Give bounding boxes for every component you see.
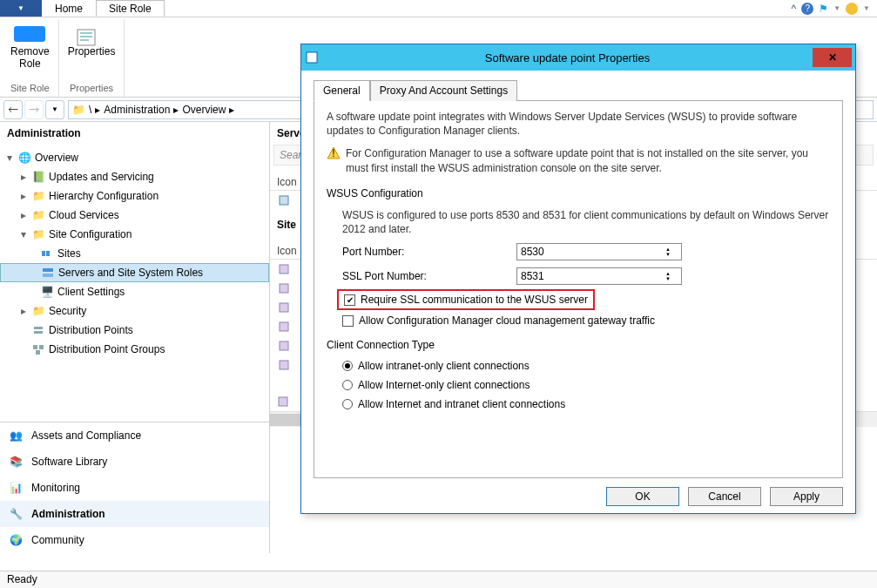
wsus-info: WSUS is configured to use ports 8530 and… xyxy=(342,208,830,236)
tree-updates[interactable]: ▸📗Updates and Servicing xyxy=(0,167,269,186)
svg-rect-21 xyxy=(307,52,317,63)
tree-label: Overview xyxy=(35,152,78,164)
workspace-assets[interactable]: 👥Assets and Compliance xyxy=(0,422,269,449)
tree-label: Client Settings xyxy=(57,286,125,298)
spinner-icon[interactable]: ▲▼ xyxy=(665,247,678,257)
svg-rect-5 xyxy=(46,251,50,256)
breadcrumb-seg-1[interactable]: Administration xyxy=(104,104,170,116)
radio-internet-only[interactable]: Allow Internet-only client connections xyxy=(342,379,830,391)
svg-rect-3 xyxy=(80,39,89,41)
remove-role-label: Remove Role xyxy=(10,45,50,70)
highlighted-option: ✔Require SSL communication to the WSUS s… xyxy=(337,289,595,310)
svg-rect-19 xyxy=(280,361,288,369)
properties-button[interactable]: Properties xyxy=(64,21,119,59)
tree-label: Servers and Site System Roles xyxy=(58,267,203,279)
port-value: 8530 xyxy=(521,246,544,258)
system-menu[interactable]: ▼ xyxy=(0,0,42,17)
tree-servers[interactable]: Servers and Site System Roles xyxy=(0,263,269,282)
tree-security[interactable]: ▸📁Security xyxy=(0,301,269,321)
svg-rect-18 xyxy=(280,341,288,350)
wsus-header: WSUS Configuration xyxy=(327,187,830,199)
svg-rect-10 xyxy=(33,345,37,349)
breadcrumb-seg-0[interactable]: \ xyxy=(89,104,91,116)
ssl-port-value: 8531 xyxy=(521,270,544,282)
workspace-community[interactable]: 🌍Community xyxy=(0,527,269,553)
smile-dropdown-icon[interactable]: ▼ xyxy=(863,4,870,12)
workspace-admin[interactable]: 🔧Administration xyxy=(0,501,269,527)
dialog-intro: A software update point integrates with … xyxy=(327,110,830,138)
tree-siteconfig[interactable]: ▾📁Site Configuration xyxy=(0,225,269,244)
allow-gateway-label: Allow Configuration Manager cloud manage… xyxy=(359,314,655,327)
workspace-label: Community xyxy=(31,534,84,546)
tree-sites[interactable]: Sites xyxy=(0,244,269,263)
tree-overview[interactable]: ▾🌐Overview xyxy=(0,148,269,167)
dialog-icon xyxy=(301,51,322,64)
dialog-tab-proxy[interactable]: Proxy And Account Settings xyxy=(370,80,517,101)
tab-home[interactable]: Home xyxy=(42,0,96,17)
svg-rect-8 xyxy=(34,327,43,329)
port-input[interactable]: 8530▲▼ xyxy=(516,243,682,260)
spinner-icon[interactable]: ▲▼ xyxy=(665,271,678,281)
require-ssl-checkbox[interactable]: ✔Require SSL communication to the WSUS s… xyxy=(344,294,588,306)
expand-ribbon-icon[interactable]: ^ xyxy=(792,3,797,15)
tree-label: Hierarchy Configuration xyxy=(49,190,159,202)
tab-site-role[interactable]: Site Role xyxy=(96,0,165,17)
nav-up-button[interactable]: ▼ xyxy=(45,100,64,119)
radio-label: Allow intranet-only client connections xyxy=(358,360,530,372)
nav-back-button[interactable]: 🡐 xyxy=(3,100,23,119)
svg-rect-16 xyxy=(280,303,288,312)
checkbox-unchecked-icon xyxy=(342,315,354,327)
allow-gateway-checkbox[interactable]: Allow Configuration Manager cloud manage… xyxy=(342,314,830,327)
checkbox-checked-icon: ✔ xyxy=(344,294,355,306)
svg-rect-20 xyxy=(279,397,287,406)
workspace-label: Assets and Compliance xyxy=(31,429,141,442)
status-bar: Ready xyxy=(0,571,877,588)
apply-button[interactable]: Apply xyxy=(770,487,843,506)
ok-button[interactable]: OK xyxy=(606,487,679,506)
svg-rect-7 xyxy=(43,274,53,277)
svg-rect-4 xyxy=(42,251,45,256)
sites-icon xyxy=(40,247,54,260)
properties-icon xyxy=(76,26,107,42)
port-label: Port Number: xyxy=(342,246,516,258)
radio-icon xyxy=(342,380,353,390)
radio-both[interactable]: Allow Internet and intranet client conne… xyxy=(342,398,830,410)
remove-role-button[interactable]: Remove Role xyxy=(7,21,53,71)
tree-client[interactable]: 🖥️Client Settings xyxy=(0,282,269,301)
warning-icon: ! xyxy=(327,146,341,160)
svg-rect-14 xyxy=(280,265,288,274)
workspace-swlib[interactable]: 📚Software Library xyxy=(0,449,269,475)
workspace-label: Monitoring xyxy=(31,482,80,494)
workspace-label: Software Library xyxy=(31,456,107,468)
tree-label: Cloud Services xyxy=(49,209,119,221)
flag-dropdown-icon[interactable]: ▼ xyxy=(833,4,840,12)
tree-label: Site Configuration xyxy=(49,228,132,240)
close-button[interactable]: ✕ xyxy=(813,48,852,67)
tree-dpg[interactable]: Distribution Point Groups xyxy=(0,340,269,359)
nav-title: Administration xyxy=(0,122,269,145)
workspace-monitor[interactable]: 📊Monitoring xyxy=(0,475,269,501)
radio-label: Allow Internet-only client connections xyxy=(358,379,530,391)
svg-rect-13 xyxy=(280,196,288,205)
nav-forward-button[interactable]: 🡒 xyxy=(24,100,44,119)
tree-hierarchy[interactable]: ▸📁Hierarchy Configuration xyxy=(0,186,269,206)
svg-rect-11 xyxy=(39,345,44,349)
dialog-title: Software update point Properties xyxy=(322,51,813,64)
smile-icon[interactable] xyxy=(846,3,858,15)
svg-rect-2 xyxy=(80,36,92,37)
cancel-button[interactable]: Cancel xyxy=(688,487,761,506)
require-ssl-label: Require SSL communication to the WSUS se… xyxy=(361,294,588,306)
svg-rect-6 xyxy=(43,268,53,272)
ssl-port-input[interactable]: 8531▲▼ xyxy=(516,267,682,285)
breadcrumb-root-icon: 📁 xyxy=(72,104,85,116)
tree-dp[interactable]: Distribution Points xyxy=(0,321,269,340)
breadcrumb-seg-2[interactable]: Overview xyxy=(182,104,226,116)
dpg-icon xyxy=(31,342,45,356)
radio-intranet-only[interactable]: Allow intranet-only client connections xyxy=(342,360,830,372)
help-icon[interactable]: ? xyxy=(801,3,813,15)
tree-label: Updates and Servicing xyxy=(49,171,154,183)
tree-cloud[interactable]: ▸📁Cloud Services xyxy=(0,206,269,225)
dialog-tab-general[interactable]: General xyxy=(314,80,370,101)
feedback-flag-icon[interactable]: ⚑ xyxy=(819,3,828,15)
svg-rect-15 xyxy=(280,284,288,293)
